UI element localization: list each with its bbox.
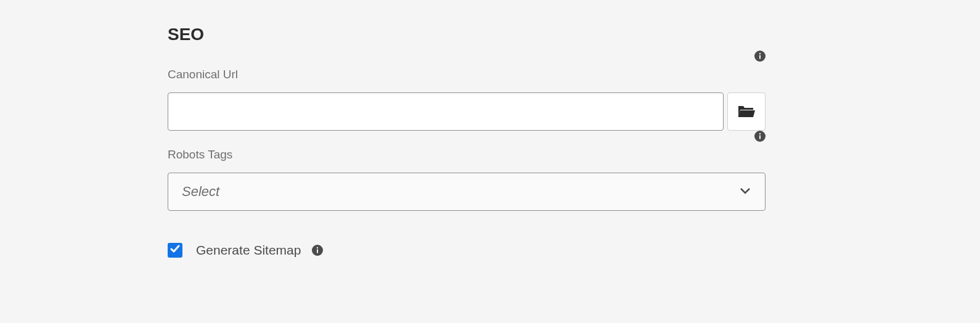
generate-sitemap-label: Generate Sitemap [196, 243, 301, 258]
robots-select-placeholder: Select [182, 184, 219, 200]
canonical-url-group: Canonical Url [168, 68, 766, 131]
section-title: SEO [168, 25, 766, 44]
canonical-url-label: Canonical Url [168, 68, 766, 81]
canonical-url-input[interactable] [168, 92, 724, 131]
chevron-down-icon [739, 186, 751, 197]
generate-sitemap-checkbox[interactable] [168, 243, 182, 258]
seo-form: SEO Canonical Url Robots Tags Select [168, 25, 766, 258]
robots-tags-select[interactable]: Select [168, 173, 766, 211]
svg-rect-1 [759, 55, 761, 59]
svg-point-5 [759, 133, 761, 134]
sitemap-info-icon[interactable] [312, 245, 323, 256]
folder-open-icon [737, 103, 756, 121]
canonical-browse-button[interactable] [727, 92, 766, 131]
svg-rect-7 [317, 250, 318, 253]
check-icon [170, 245, 180, 256]
robots-select-row: Select [168, 173, 766, 211]
canonical-info-icon[interactable] [754, 51, 766, 62]
canonical-input-row [168, 92, 766, 131]
robots-tags-group: Robots Tags Select [168, 148, 766, 211]
robots-tags-label: Robots Tags [168, 148, 766, 162]
svg-rect-4 [759, 136, 761, 139]
svg-point-8 [317, 247, 318, 248]
svg-point-2 [759, 53, 761, 54]
generate-sitemap-row: Generate Sitemap [168, 243, 766, 258]
robots-info-icon[interactable] [754, 131, 766, 142]
